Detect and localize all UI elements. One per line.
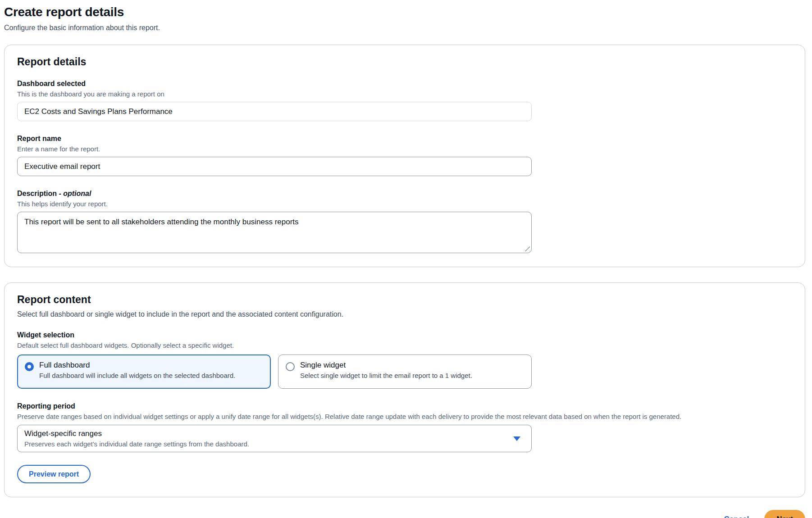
radio-selected-icon[interactable] [25,362,34,371]
create-report-page: Create report details Configure the basi… [0,0,812,518]
dashboard-selected-field: Dashboard selected This is the dashboard… [17,80,792,121]
dashboard-selected-input[interactable]: EC2 Costs and Savings Plans Performance [17,102,532,121]
single-widget-description: Select single widget to limit the email … [300,372,472,379]
single-widget-title: Single widget [300,361,472,370]
description-label: Description - optional [17,190,792,198]
dashboard-selected-value: EC2 Costs and Savings Plans Performance [24,107,173,116]
cancel-button[interactable]: Cancel [724,515,749,518]
reporting-period-select[interactable]: Widget-specific ranges Preserves each wi… [17,425,532,452]
description-value: This report will be sent to all stakehol… [24,218,299,226]
description-help: This helps identify your report. [17,200,792,208]
widget-selection-help: Default select full dashboard widgets. O… [17,341,792,349]
preview-report-button[interactable]: Preview report [17,465,91,483]
radio-unselected-icon[interactable] [286,362,295,371]
report-content-subtitle: Select full dashboard or single widget t… [17,310,792,318]
description-optional-suffix: - optional [59,190,91,197]
footer-actions: Cancel Next [4,510,805,518]
widget-selection-field: Widget selection Default select full das… [17,331,792,389]
reporting-period-option-description: Preserves each widget's individual date … [24,440,249,448]
report-content-heading: Report content [17,294,792,306]
report-details-heading: Report details [17,56,792,68]
report-name-value: Executive email report [24,162,100,171]
report-name-field: Report name Enter a name for the report.… [17,135,792,176]
report-name-input[interactable]: Executive email report [17,157,532,176]
resize-handle-icon[interactable] [524,245,530,251]
reporting-period-option-title: Widget-specific ranges [24,429,249,438]
single-widget-option[interactable]: Single widget Select single widget to li… [278,354,532,389]
dashboard-selected-help: This is the dashboard you are making a r… [17,90,792,98]
reporting-period-selected-option: Widget-specific ranges Preserves each wi… [24,429,249,448]
full-dashboard-option[interactable]: Full dashboard Full dashboard will inclu… [17,354,271,389]
page-title: Create report details [4,5,808,19]
next-button[interactable]: Next [764,510,805,518]
reporting-period-label: Reporting period [17,402,792,410]
page-subtitle: Configure the basic information about th… [4,24,808,32]
report-name-label: Report name [17,135,792,143]
full-dashboard-description: Full dashboard will include all widgets … [39,372,235,379]
full-dashboard-title: Full dashboard [39,361,235,370]
description-field: Description - optional This helps identi… [17,190,792,253]
report-details-card: Report details Dashboard selected This i… [4,45,805,267]
reporting-period-field: Reporting period Preserve date ranges ba… [17,402,792,452]
report-name-help: Enter a name for the report. [17,145,792,153]
widget-selection-label: Widget selection [17,331,792,339]
reporting-period-help: Preserve date ranges based on individual… [17,413,792,420]
caret-down-icon[interactable] [513,436,520,441]
report-content-card: Report content Select full dashboard or … [4,282,805,497]
widget-selection-options: Full dashboard Full dashboard will inclu… [17,354,792,389]
dashboard-selected-label: Dashboard selected [17,80,792,88]
description-textarea[interactable]: This report will be sent to all stakehol… [17,212,532,253]
single-widget-texts: Single widget Select single widget to li… [300,361,472,379]
full-dashboard-texts: Full dashboard Full dashboard will inclu… [39,361,235,379]
